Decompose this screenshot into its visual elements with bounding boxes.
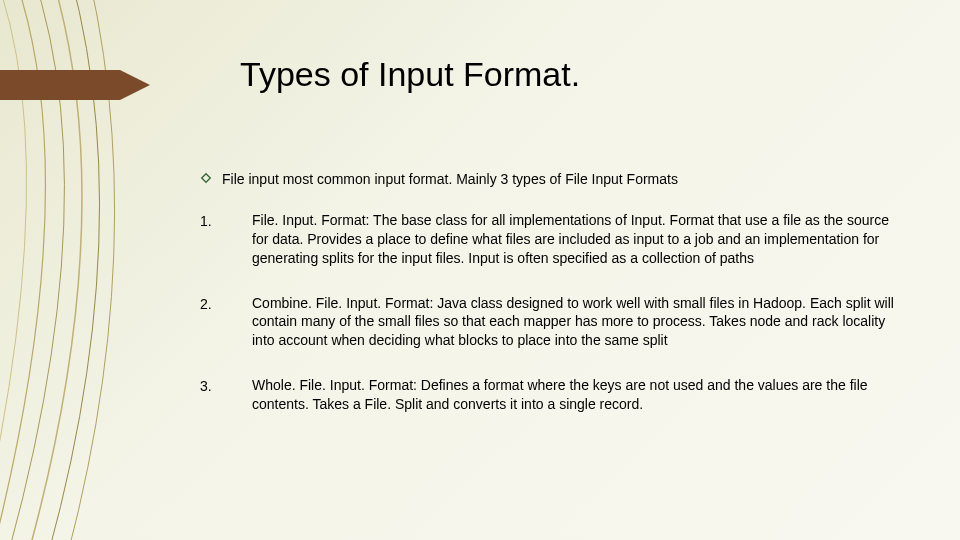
item-number: 1. bbox=[200, 211, 224, 231]
item-number: 3. bbox=[200, 376, 224, 396]
list-item: 1. File. Input. Format: The base class f… bbox=[200, 211, 900, 268]
diamond-bullet-icon bbox=[200, 172, 212, 184]
list-item: 2. Combine. File. Input. Format: Java cl… bbox=[200, 294, 900, 351]
item-text: Combine. File. Input. Format: Java class… bbox=[252, 294, 900, 351]
list-item: 3. Whole. File. Input. Format: Defines a… bbox=[200, 376, 900, 414]
item-number: 2. bbox=[200, 294, 224, 314]
intro-text: File input most common input format. Mai… bbox=[222, 170, 678, 189]
svg-rect-0 bbox=[202, 174, 210, 182]
item-text: File. Input. Format: The base class for … bbox=[252, 211, 900, 268]
item-text: Whole. File. Input. Format: Defines a fo… bbox=[252, 376, 900, 414]
accent-bar bbox=[0, 70, 120, 100]
slide-title: Types of Input Format. bbox=[240, 55, 580, 94]
intro-bullet: File input most common input format. Mai… bbox=[200, 170, 900, 189]
slide-body: File input most common input format. Mai… bbox=[200, 170, 900, 440]
slide: Types of Input Format. File input most c… bbox=[0, 0, 960, 540]
